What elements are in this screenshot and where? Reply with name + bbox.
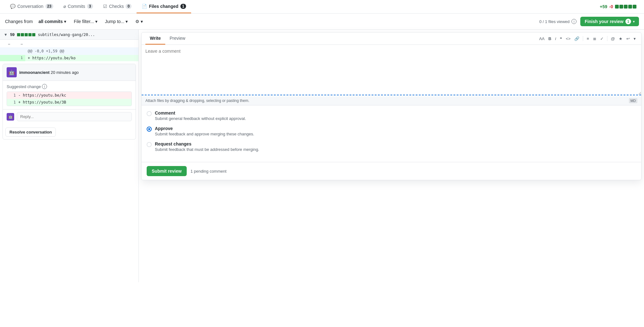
finish-review-badge: 1	[625, 19, 631, 24]
diff-sq-5	[633, 5, 636, 9]
review-popover: Write Preview AA B i ❝ <> 🔗 ≡ ≣ ✓ @ ★	[141, 32, 641, 180]
format-toolbar: AA B i ❝ <> 🔗 ≡ ≣ ✓ @ ★ ↩ ▾	[537, 33, 637, 45]
gear-button[interactable]: ⚙ ▾	[133, 18, 145, 25]
all-commits-text: all commits	[38, 19, 63, 24]
format-link-button[interactable]: 🔗	[573, 35, 581, 42]
submit-review-button[interactable]: Submit review	[147, 166, 187, 176]
info-icon[interactable]: i	[571, 19, 577, 24]
comment-textarea[interactable]	[142, 45, 641, 95]
diff-ellipsis-row: … …	[0, 40, 138, 47]
format-unordered-list-button[interactable]: ≡	[585, 35, 591, 42]
radio-approve[interactable]	[147, 127, 152, 132]
tab-commits-label: Commits	[68, 4, 85, 9]
review-option-request-changes: Request changes Submit feedback that mus…	[147, 141, 636, 152]
option-request-changes-label: Request changes	[155, 141, 259, 146]
write-tab[interactable]: Write	[145, 33, 165, 45]
format-reference-button[interactable]: ★	[617, 35, 624, 42]
deletions-count: -0	[609, 4, 613, 9]
tab-conversation-badge: 23	[45, 4, 53, 9]
files-changed-icon: 📄	[142, 4, 147, 9]
tab-checks-badge: 0	[126, 4, 132, 9]
suggested-add-line: 1 + https://youtu.be/3B	[7, 99, 132, 106]
format-code-button[interactable]: <>	[564, 35, 572, 42]
file-filter-button[interactable]: File filter... ▾	[72, 18, 99, 25]
right-panel: Write Preview AA B i ❝ <> 🔗 ≡ ≣ ✓ @ ★	[139, 30, 644, 282]
tab-commits-badge: 3	[87, 4, 93, 9]
file-sq-4	[28, 33, 32, 36]
comment-meta: immoonancient 20 minutes ago	[19, 70, 79, 75]
reply-input[interactable]	[17, 112, 132, 121]
add-suggested-code: + https://youtu.be/3B	[18, 100, 66, 104]
option-comment-content: Comment Submit general feedback without …	[155, 110, 246, 121]
file-header: ▼ 59 subtitles/wang-gang/20...	[0, 30, 138, 40]
resolve-conversation-button[interactable]: Resolve conversation	[5, 128, 56, 137]
review-options: Comment Submit general feedback without …	[142, 105, 641, 162]
all-commits-button[interactable]: all commits ▾	[37, 18, 68, 25]
option-request-changes-desc: Submit feedback that must be addressed b…	[155, 147, 259, 152]
reply-box: 🤖	[7, 112, 132, 121]
format-bold-button[interactable]: B	[547, 35, 553, 42]
format-separator-1	[583, 36, 583, 41]
tab-bar: 💬 Conversation 23 ⌀ Commits 3 ☑ Checks 0…	[0, 0, 644, 14]
markdown-icon: MD	[629, 98, 637, 103]
format-mention-button[interactable]: @	[609, 35, 617, 42]
preview-tab[interactable]: Preview	[165, 33, 190, 45]
commits-icon: ⌀	[63, 4, 66, 9]
file-filter-label: File filter...	[74, 19, 94, 24]
left-panel: ▼ 59 subtitles/wang-gang/20... … …	[0, 30, 139, 282]
remove-line-code: - https://youtu.be/kc	[18, 93, 66, 98]
attach-area: Attach files by dragging & dropping, sel…	[142, 96, 641, 105]
format-reply-button[interactable]: ↩	[625, 35, 631, 42]
format-italic-button[interactable]: i	[553, 35, 558, 42]
collapse-button[interactable]: ▼	[4, 33, 8, 37]
avatar: 🤖	[7, 67, 17, 77]
format-task-list-button[interactable]: ✓	[599, 35, 605, 42]
format-quote-button[interactable]: ❝	[558, 35, 564, 42]
jump-to-chevron-icon: ▾	[126, 19, 128, 24]
tab-checks[interactable]: ☑ Checks 0	[98, 0, 137, 13]
hunk-label: @@ -0,0 +1,59 @@	[25, 47, 138, 55]
format-ordered-list-button[interactable]: ≣	[591, 35, 598, 42]
tab-files-changed-badge: 1	[180, 4, 186, 9]
diff-sq-3	[624, 5, 628, 9]
attach-text: Attach files by dragging & dropping, sel…	[145, 98, 249, 103]
add-line-num: 1	[13, 55, 25, 61]
tab-files-changed-label: Files changed	[149, 4, 178, 9]
finish-review-chevron-icon: ▾	[633, 20, 635, 23]
review-option-comment: Comment Submit general feedback without …	[147, 110, 636, 121]
option-approve-desc: Submit feedback and approve merging thes…	[155, 132, 254, 136]
format-more-button[interactable]: ▾	[632, 35, 637, 42]
submit-area: Submit review 1 pending comment	[142, 162, 641, 180]
suggested-info-icon[interactable]: i	[42, 84, 47, 89]
format-aa-button[interactable]: AA	[537, 35, 546, 42]
tab-conversation[interactable]: 💬 Conversation 23	[5, 0, 58, 13]
suggested-change: Suggested change i 1 - https://youtu.be/…	[3, 81, 136, 109]
reply-avatar: 🤖	[7, 113, 14, 121]
review-option-approve: Approve Submit feedback and approve merg…	[147, 126, 636, 136]
comment-author: immoonancient	[19, 70, 50, 75]
finish-review-label: Finish your review	[585, 19, 624, 24]
radio-comment[interactable]	[147, 111, 152, 116]
tab-conversation-label: Conversation	[17, 4, 44, 9]
file-filter-chevron-icon: ▾	[95, 19, 97, 24]
diff-hunk-row: @@ -0,0 +1,59 @@	[0, 47, 138, 55]
option-approve-content: Approve Submit feedback and approve merg…	[155, 126, 254, 136]
comment-header: 🤖 immoonancient 20 minutes ago	[3, 64, 136, 81]
radio-request-changes[interactable]	[147, 142, 152, 147]
remove-line-num: 1	[9, 93, 16, 98]
tab-commits[interactable]: ⌀ Commits 3	[58, 0, 98, 13]
tab-files-changed[interactable]: 📄 Files changed 1	[137, 0, 191, 13]
file-diff-squares	[17, 33, 35, 36]
diff-add-row: 1 + https://youtu.be/ko	[0, 55, 138, 61]
chevron-down-icon: ▾	[64, 19, 66, 24]
jump-to-button[interactable]: Jump to... ▾	[103, 18, 130, 25]
finish-review-button[interactable]: Finish your review 1 ▾	[580, 17, 639, 26]
gear-icon: ⚙	[135, 19, 139, 24]
main-content: ▼ 59 subtitles/wang-gang/20... … …	[0, 30, 644, 282]
diff-sq-2	[619, 5, 623, 9]
option-comment-label: Comment	[155, 110, 246, 116]
file-sq-5	[32, 33, 35, 36]
checks-icon: ☑	[103, 4, 107, 9]
write-preview-tabs: Write Preview AA B i ❝ <> 🔗 ≡ ≣ ✓ @ ★	[142, 33, 641, 45]
suggested-diff: 1 - https://youtu.be/kc 1 + https://yout…	[7, 92, 132, 106]
